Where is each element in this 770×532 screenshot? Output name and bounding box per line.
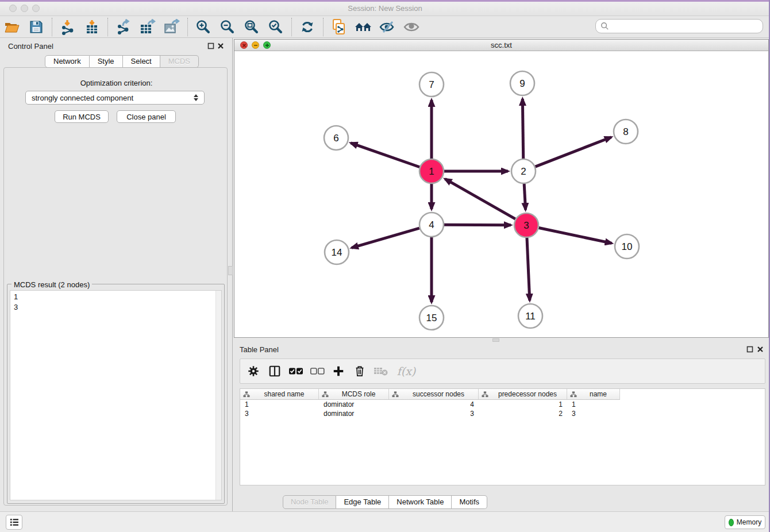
graph-node-7[interactable]: 7 (419, 72, 444, 97)
table-cell[interactable]: 3 (240, 410, 319, 418)
mcds-result-list[interactable]: 13 (10, 290, 222, 500)
graph-edge-3-11[interactable] (527, 238, 530, 300)
zoom-in-icon[interactable] (194, 18, 213, 36)
svg-text:4: 4 (429, 219, 434, 230)
graph-edge-2-9[interactable] (522, 99, 523, 159)
zoom-out-icon[interactable] (218, 18, 237, 36)
graph-edge-2-3[interactable] (524, 184, 525, 210)
graph-node-2[interactable]: 2 (511, 159, 536, 183)
import-table-icon[interactable] (82, 18, 102, 36)
main-toolbar (0, 16, 770, 38)
refresh-icon[interactable] (298, 18, 317, 36)
network-graph[interactable]: 7968124314101511 (234, 51, 768, 337)
tab-network[interactable]: Network (45, 55, 90, 68)
graph-node-1[interactable]: 1 (419, 159, 444, 183)
tab-motifs[interactable]: Motifs (452, 495, 487, 509)
criterion-dropdown[interactable]: strongly connected component (25, 91, 205, 105)
close-panel-icon[interactable] (217, 43, 224, 49)
column-header-MCDS-role[interactable]: MCDS role (319, 389, 389, 399)
task-history-button[interactable] (6, 515, 22, 530)
table-cell[interactable]: 1 (479, 400, 567, 408)
table-panel-title: Table Panel (240, 345, 279, 354)
table-cell[interactable]: 2 (479, 410, 567, 418)
import-network-icon[interactable] (58, 18, 78, 36)
table-cell[interactable]: 3 (389, 410, 479, 418)
graph-node-10[interactable]: 10 (615, 234, 639, 259)
table-cell[interactable]: 1 (240, 400, 319, 408)
graph-edge-1-6[interactable] (351, 143, 419, 167)
close-table-panel-icon[interactable] (757, 346, 764, 353)
graph-node-9[interactable]: 9 (510, 71, 534, 95)
tab-node-table[interactable]: Node Table (283, 495, 337, 509)
show-columns-icon[interactable] (266, 363, 283, 380)
network-minimize-button[interactable] (252, 41, 259, 49)
tab-mcds[interactable]: MCDS (160, 55, 199, 68)
graph-node-6[interactable]: 6 (324, 126, 348, 150)
tab-edge-table[interactable]: Edge Table (336, 495, 389, 509)
first-neighbors-icon[interactable] (353, 18, 373, 36)
table-settings-icon[interactable] (245, 363, 262, 380)
export-network-icon[interactable] (114, 18, 133, 36)
column-header-shared-name[interactable]: shared name (240, 389, 319, 399)
add-row-icon[interactable] (330, 363, 347, 380)
tab-select[interactable]: Select (123, 55, 160, 68)
tab-network-table[interactable]: Network Table (389, 495, 452, 509)
table-row[interactable]: 1dominator411 (240, 400, 765, 409)
table-cell[interactable]: 3 (567, 410, 620, 418)
zoom-selected-icon[interactable] (266, 18, 286, 36)
vertical-splitter-grip[interactable] (228, 266, 233, 275)
deselect-all-icon[interactable] (309, 363, 326, 380)
window-minimize-button[interactable] (21, 5, 28, 12)
node-table[interactable]: shared nameMCDS rolesuccessor nodesprede… (240, 388, 765, 485)
float-panel-icon[interactable] (207, 43, 214, 49)
hide-selection-icon[interactable] (378, 18, 397, 36)
graph-edge-3-1[interactable] (445, 179, 515, 219)
run-mcds-button[interactable]: Run MCDS (55, 110, 109, 123)
graph-edge-4-3[interactable] (444, 225, 511, 225)
export-table-icon[interactable] (138, 18, 157, 36)
search-box[interactable] (595, 19, 763, 33)
horizontal-splitter-grip[interactable] (492, 338, 499, 342)
table-cell[interactable]: 4 (389, 400, 479, 408)
graph-node-4[interactable]: 4 (419, 213, 444, 237)
open-folder-icon[interactable] (2, 18, 22, 36)
network-window-titlebar[interactable]: scc.txt (234, 40, 768, 51)
graph-edge-4-14[interactable] (352, 228, 419, 248)
delete-row-icon[interactable] (351, 363, 368, 380)
graph-node-3[interactable]: 3 (514, 213, 538, 237)
graph-node-11[interactable]: 11 (518, 304, 542, 328)
delete-table-icon (372, 363, 390, 380)
column-header-successor-nodes[interactable]: successor nodes (389, 389, 479, 399)
show-all-icon[interactable] (402, 18, 421, 36)
save-icon[interactable] (26, 18, 46, 36)
select-all-icon[interactable] (287, 363, 305, 380)
memory-button[interactable]: Memory (725, 515, 765, 529)
network-close-button[interactable] (240, 41, 248, 49)
close-panel-button[interactable]: Close panel (117, 110, 176, 123)
tab-style[interactable]: Style (90, 55, 123, 68)
table-cell[interactable]: dominator (319, 400, 389, 408)
network-view-window: scc.txt 7968124314101511 (234, 39, 769, 338)
graph-node-15[interactable]: 15 (419, 306, 444, 330)
graph-edge-3-10[interactable] (539, 228, 612, 244)
graph-node-14[interactable]: 14 (325, 240, 349, 264)
window-zoom-button[interactable] (32, 5, 40, 12)
network-from-selection-icon[interactable] (329, 18, 349, 36)
table-panel-header: Table Panel (240, 345, 765, 355)
network-maximize-button[interactable] (263, 41, 271, 49)
result-scrollbar[interactable] (215, 291, 221, 500)
zoom-fit-icon[interactable] (242, 18, 261, 36)
column-header-predecessor-nodes[interactable]: predecessor nodes (479, 389, 567, 399)
graph-node-8[interactable]: 8 (614, 119, 638, 144)
float-table-panel-icon[interactable] (746, 346, 753, 353)
graph-edge-2-8[interactable] (536, 137, 611, 167)
node-table-header: shared nameMCDS rolesuccessor nodesprede… (240, 389, 620, 400)
optimization-criterion-label: Optimization criterion: (0, 79, 233, 87)
export-image-icon[interactable] (162, 18, 182, 36)
search-input[interactable] (609, 22, 753, 30)
table-cell[interactable]: 1 (567, 400, 620, 408)
table-row[interactable]: 3dominator323 (240, 409, 765, 418)
column-header-name[interactable]: name (567, 389, 620, 399)
table-cell[interactable]: dominator (319, 410, 389, 418)
window-close-button[interactable] (9, 5, 17, 12)
